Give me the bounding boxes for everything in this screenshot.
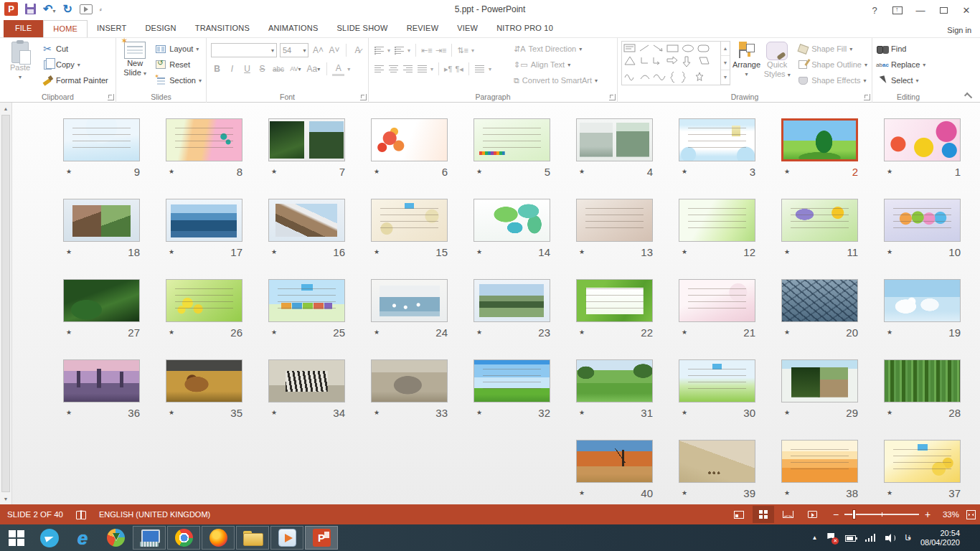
format-painter-button[interactable]: Format Painter — [39, 72, 111, 88]
shapes-gallery[interactable]: ▲ ▼ ▼ — [621, 41, 730, 85]
quick-styles-button[interactable]: Quick Styles ▾ — [763, 39, 791, 90]
animation-star-icon[interactable]: ★ — [66, 409, 72, 416]
shape-effects-button[interactable]: Shape Effects▾ — [794, 72, 870, 88]
slide-thumbnail-30[interactable] — [679, 359, 755, 402]
bullets-icon[interactable] — [373, 44, 385, 56]
slide-thumbnail-34[interactable] — [268, 359, 345, 402]
tab-nitro-pro-10[interactable]: NITRO PRO 10 — [487, 20, 562, 37]
font-color-button[interactable]: A — [332, 62, 344, 76]
tab-animations[interactable]: ANIMATIONS — [259, 20, 328, 37]
zoom-percentage[interactable]: 33% — [935, 510, 959, 519]
taskbar-file-explorer-button[interactable] — [236, 526, 269, 550]
convert-smartart-button[interactable]: ⧉Convert to SmartArt▾ — [511, 72, 600, 88]
taskbar-telegram-button[interactable] — [33, 524, 66, 551]
slide-thumbnail-22[interactable] — [576, 279, 653, 322]
animation-star-icon[interactable]: ★ — [887, 489, 892, 496]
restore-button[interactable] — [933, 2, 954, 18]
taskbar-clock[interactable]: 20:54 08/04/2020 — [920, 529, 960, 547]
reading-view-button[interactable] — [777, 506, 798, 523]
paragraph-dialog-launcher-icon[interactable] — [609, 94, 616, 100]
reset-button[interactable]: Reset — [152, 57, 204, 72]
slide-thumbnail-38[interactable] — [781, 440, 858, 483]
animation-star-icon[interactable]: ★ — [169, 248, 174, 255]
tab-review[interactable]: REVIEW — [397, 20, 448, 37]
slide-thumbnail-10[interactable] — [884, 199, 961, 242]
taskbar-firefox-button[interactable] — [202, 526, 235, 550]
align-center-icon[interactable] — [387, 63, 399, 75]
slide-thumbnail-5[interactable] — [473, 118, 550, 161]
scroll-up-icon[interactable]: ▲ — [0, 103, 11, 114]
close-button[interactable]: ✕ — [956, 2, 977, 18]
slide-thumbnail-29[interactable] — [781, 359, 858, 402]
select-button[interactable]: Select▾ — [874, 72, 943, 88]
rtl-direction-icon[interactable]: ¶◂ — [455, 65, 463, 74]
slide-thumbnail-9[interactable] — [63, 118, 140, 161]
animation-star-icon[interactable]: ★ — [579, 329, 585, 336]
slide-thumbnail-26[interactable] — [166, 279, 242, 322]
layout-button[interactable]: Layout▾ — [152, 41, 204, 57]
columns-icon[interactable] — [474, 63, 486, 75]
ltr-direction-icon[interactable]: ▸¶ — [444, 65, 452, 74]
slide-thumbnail-2[interactable] — [781, 118, 858, 161]
zoom-out-button[interactable]: − — [831, 509, 840, 520]
shapes-scroll-up-icon[interactable]: ▲ — [721, 42, 730, 56]
taskbar-onscreen-keyboard-button[interactable] — [133, 526, 166, 550]
animation-star-icon[interactable]: ★ — [66, 168, 72, 175]
slide-thumbnail-20[interactable] — [781, 279, 858, 322]
find-button[interactable]: Find — [874, 41, 943, 57]
underline-button[interactable]: U — [241, 62, 253, 76]
align-right-icon[interactable] — [402, 63, 413, 75]
taskbar-powerpoint-button[interactable]: P — [305, 526, 338, 550]
shapes-gallery-scrollbar[interactable]: ▲ ▼ ▼ — [720, 42, 730, 85]
animation-star-icon[interactable]: ★ — [374, 248, 380, 255]
slide-thumbnail-6[interactable] — [371, 118, 448, 161]
strikethrough-button[interactable]: abc — [271, 62, 286, 76]
animation-star-icon[interactable]: ★ — [784, 409, 790, 416]
align-text-button[interactable]: ⇕▭Align Text▾ — [511, 57, 600, 72]
slide-thumbnail-37[interactable] — [884, 440, 961, 483]
slide-thumbnail-27[interactable] — [63, 279, 140, 322]
section-button[interactable]: Section▾ — [152, 72, 204, 88]
animation-star-icon[interactable]: ★ — [887, 248, 892, 255]
slide-thumbnail-40[interactable] — [576, 440, 653, 483]
slideshow-view-button[interactable] — [801, 506, 823, 523]
animation-star-icon[interactable]: ★ — [271, 168, 277, 175]
slide-thumbnail-12[interactable] — [679, 199, 755, 242]
animation-star-icon[interactable]: ★ — [682, 489, 687, 496]
animation-star-icon[interactable]: ★ — [169, 329, 174, 336]
animation-star-icon[interactable]: ★ — [682, 168, 687, 175]
animation-star-icon[interactable]: ★ — [579, 489, 585, 496]
character-spacing-button[interactable]: AV▾ — [288, 62, 302, 76]
slide-thumbnail-33[interactable] — [371, 359, 448, 402]
sign-in-link[interactable]: Sign in — [947, 26, 971, 34]
bold-button[interactable]: B — [211, 62, 223, 76]
increase-font-size-button[interactable]: A˄ — [311, 43, 324, 57]
animation-star-icon[interactable]: ★ — [579, 168, 585, 175]
animation-star-icon[interactable]: ★ — [682, 329, 687, 336]
start-button[interactable] — [0, 524, 33, 551]
animation-star-icon[interactable]: ★ — [374, 168, 380, 175]
hidden-icons-chevron[interactable]: ▲ — [811, 534, 817, 541]
numbering-icon[interactable] — [393, 44, 405, 56]
animation-star-icon[interactable]: ★ — [476, 248, 482, 255]
taskbar-chrome-button[interactable] — [167, 526, 200, 550]
replace-button[interactable]: abacReplace▾ — [874, 57, 943, 72]
help-button[interactable]: ? — [864, 2, 885, 18]
vertical-scrollbar[interactable]: ▲ ▼ — [0, 103, 12, 504]
line-spacing-icon[interactable]: ⇅≡ — [457, 46, 468, 55]
ribbon-display-options-button[interactable] — [887, 2, 908, 18]
animation-star-icon[interactable]: ★ — [784, 329, 790, 336]
arrange-button[interactable]: Arrange ▾ — [730, 39, 763, 90]
taskbar-media-player-button[interactable] — [270, 526, 303, 550]
animation-star-icon[interactable]: ★ — [579, 409, 585, 416]
animation-star-icon[interactable]: ★ — [682, 409, 687, 416]
animation-star-icon[interactable]: ★ — [476, 409, 482, 416]
clear-formatting-button[interactable]: A̷ — [352, 43, 364, 57]
slide-sorter-view-button[interactable] — [753, 506, 774, 523]
slide-thumbnail-35[interactable] — [166, 359, 242, 402]
animation-star-icon[interactable]: ★ — [682, 248, 687, 255]
shapes-scroll-down-icon[interactable]: ▼ — [721, 56, 730, 70]
animation-star-icon[interactable]: ★ — [271, 409, 277, 416]
spell-check-icon[interactable] — [76, 510, 86, 519]
slide-thumbnail-17[interactable] — [166, 199, 242, 242]
